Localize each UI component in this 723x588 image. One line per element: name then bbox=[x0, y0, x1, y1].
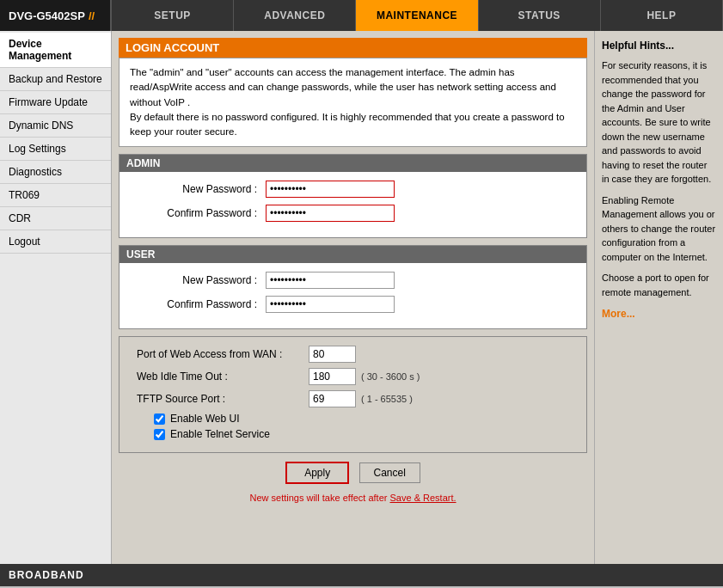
user-new-password-row: New Password : bbox=[137, 272, 569, 289]
user-section-body: New Password : Confirm Password : bbox=[119, 263, 586, 328]
logo-area: DVG-G5402SP // bbox=[0, 0, 112, 31]
tab-setup[interactable]: SETUP bbox=[112, 0, 234, 31]
enable-telnet-row: Enable Telnet Service bbox=[154, 428, 569, 440]
user-section: USER New Password : Confirm Password : bbox=[119, 245, 587, 329]
idle-label: Web Idle Time Out : bbox=[137, 371, 309, 383]
info-box: The "admin" and "user" accounts can acce… bbox=[119, 58, 587, 147]
admin-section: ADMIN New Password : Confirm Password : bbox=[119, 154, 587, 238]
sidebar-item-backup-restore[interactable]: Backup and Restore bbox=[0, 68, 111, 91]
tab-help[interactable]: HELP bbox=[601, 0, 723, 31]
sidebar-item-diagnostics[interactable]: Diagnostics bbox=[0, 161, 111, 184]
user-new-password-label: New Password : bbox=[137, 274, 266, 286]
help-title: Helpful Hints... bbox=[602, 38, 716, 53]
port-input[interactable] bbox=[309, 346, 356, 363]
user-confirm-password-row: Confirm Password : bbox=[137, 296, 569, 313]
admin-new-password-label: New Password : bbox=[137, 183, 266, 195]
user-new-password-input[interactable] bbox=[266, 272, 395, 289]
sidebar-item-firmware-update[interactable]: Firmware Update bbox=[0, 91, 111, 114]
content-area: LOGIN ACCOUNT The "admin" and "user" acc… bbox=[112, 31, 594, 564]
sidebar-item-device-management[interactable]: Device Management bbox=[0, 33, 111, 68]
tab-status[interactable]: STATUS bbox=[479, 0, 601, 31]
user-confirm-password-input[interactable] bbox=[266, 296, 395, 313]
admin-new-password-row: New Password : bbox=[137, 181, 569, 198]
sidebar-item-dynamic-dns[interactable]: Dynamic DNS bbox=[0, 114, 111, 138]
tftp-note: ( 1 - 65535 ) bbox=[361, 394, 413, 404]
logo-slashes: // bbox=[89, 9, 95, 22]
button-area: Apply Cancel bbox=[119, 462, 587, 484]
restart-notice: New settings will take effect after Save… bbox=[119, 493, 587, 503]
cancel-button[interactable]: Cancel bbox=[359, 462, 420, 483]
admin-confirm-password-row: Confirm Password : bbox=[137, 205, 569, 222]
section-header: LOGIN ACCOUNT bbox=[119, 38, 587, 58]
settings-box: Port of Web Access from WAN : Web Idle T… bbox=[119, 336, 587, 453]
admin-section-body: New Password : Confirm Password : bbox=[119, 172, 586, 237]
footer: BROADBAND bbox=[0, 564, 723, 586]
logo-text: DVG-G5402SP bbox=[9, 9, 85, 22]
idle-row: Web Idle Time Out : ( 30 - 3600 s ) bbox=[137, 368, 569, 385]
admin-new-password-input[interactable] bbox=[266, 181, 395, 198]
help-text2: Enabling Remote Management allows you or… bbox=[602, 193, 716, 265]
sidebar-item-tr069[interactable]: TR069 bbox=[0, 184, 111, 207]
tftp-row: TFTP Source Port : ( 1 - 65535 ) bbox=[137, 390, 569, 407]
sidebar-item-cdr[interactable]: CDR bbox=[0, 207, 111, 230]
enable-telnet-checkbox[interactable] bbox=[154, 429, 165, 440]
admin-confirm-password-input[interactable] bbox=[266, 205, 395, 222]
top-header: DVG-G5402SP // SETUP ADVANCED MAINTENANC… bbox=[0, 0, 723, 31]
sidebar-item-logout[interactable]: Logout bbox=[0, 230, 111, 254]
tftp-label: TFTP Source Port : bbox=[137, 393, 309, 405]
port-row: Port of Web Access from WAN : bbox=[137, 346, 569, 363]
help-text1: For security reasons, it is recommended … bbox=[602, 58, 716, 187]
sidebar: Device Management Backup and Restore Fir… bbox=[0, 31, 112, 564]
tab-advanced[interactable]: ADVANCED bbox=[234, 0, 356, 31]
admin-section-header: ADMIN bbox=[119, 155, 586, 172]
enable-webui-label: Enable Web UI bbox=[170, 413, 240, 425]
nav-tabs: SETUP ADVANCED MAINTENANCE STATUS HELP bbox=[112, 0, 723, 31]
help-more-link[interactable]: More... bbox=[602, 306, 716, 322]
idle-input[interactable] bbox=[309, 368, 356, 385]
save-restart-link[interactable]: Save & Restart. bbox=[390, 493, 456, 503]
apply-button[interactable]: Apply bbox=[285, 462, 349, 484]
help-text3: Choose a port to open for remote managem… bbox=[602, 271, 716, 299]
user-confirm-password-label: Confirm Password : bbox=[137, 298, 266, 310]
admin-confirm-password-label: Confirm Password : bbox=[137, 207, 266, 219]
tab-maintenance[interactable]: MAINTENANCE bbox=[356, 0, 478, 31]
enable-webui-row: Enable Web UI bbox=[154, 413, 569, 425]
help-panel: Helpful Hints... For security reasons, i… bbox=[594, 31, 723, 564]
user-section-header: USER bbox=[119, 246, 586, 263]
main-layout: Device Management Backup and Restore Fir… bbox=[0, 31, 723, 564]
tftp-input[interactable] bbox=[309, 390, 356, 407]
enable-telnet-label: Enable Telnet Service bbox=[170, 428, 270, 440]
sidebar-item-log-settings[interactable]: Log Settings bbox=[0, 138, 111, 161]
idle-note: ( 30 - 3600 s ) bbox=[361, 371, 420, 382]
port-label: Port of Web Access from WAN : bbox=[137, 348, 309, 360]
footer-label: BROADBAND bbox=[9, 569, 84, 581]
enable-webui-checkbox[interactable] bbox=[154, 413, 165, 425]
info-text: The "admin" and "user" accounts can acce… bbox=[130, 67, 565, 137]
